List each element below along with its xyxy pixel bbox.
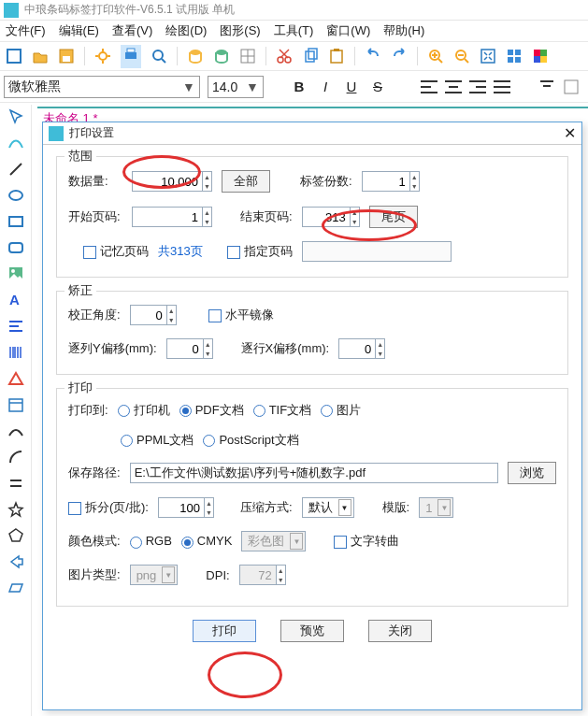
total-pages-link[interactable]: 共313页 — [158, 243, 203, 260]
spinner[interactable]: ▲▼ — [203, 207, 212, 227]
close-icon[interactable]: ✕ — [564, 124, 576, 142]
angle-input[interactable] — [130, 305, 167, 325]
align-justify-icon[interactable] — [494, 80, 510, 93]
align-left-icon[interactable] — [421, 80, 437, 93]
settings-icon[interactable] — [94, 48, 111, 64]
tif-radio[interactable]: TIF文档 — [253, 402, 312, 419]
path-input[interactable]: E:\工作文件\测试数据\序列号+随机数字.pdf — [130, 463, 498, 483]
mirror-checkbox[interactable]: 水平镜像 — [208, 307, 274, 323]
richtext-icon[interactable] — [7, 318, 24, 335]
bezier-icon[interactable] — [7, 422, 24, 439]
menu-window[interactable]: 窗口(W) — [326, 22, 370, 39]
coly-input[interactable] — [166, 338, 204, 359]
parallelogram-icon[interactable] — [7, 580, 24, 596]
font-select[interactable]: 微软雅黑 ▼ — [4, 76, 200, 98]
curve-icon[interactable] — [7, 135, 24, 151]
ppml-radio[interactable]: PPML文档 — [121, 432, 194, 449]
print-button[interactable]: 打印 — [193, 620, 256, 642]
all-button[interactable]: 全部 — [222, 170, 270, 193]
zoomout-icon[interactable] — [453, 48, 470, 64]
star-icon[interactable] — [7, 501, 24, 518]
grid-icon[interactable] — [239, 48, 256, 64]
menu-help[interactable]: 帮助(H) — [383, 22, 424, 39]
fit-icon[interactable] — [480, 48, 496, 64]
save-icon[interactable] — [58, 48, 75, 64]
remember-page-checkbox[interactable]: 记忆页码 — [83, 243, 149, 260]
new-icon[interactable] — [6, 48, 22, 64]
pdf-radio[interactable]: PDF文档 — [179, 402, 244, 419]
valign-icon[interactable] — [538, 79, 555, 95]
more-icon[interactable] — [563, 79, 580, 95]
spinner[interactable]: ▲▼ — [410, 171, 420, 192]
polygon-icon[interactable] — [7, 527, 24, 544]
font-size-select[interactable]: 14.0 ▼ — [208, 76, 264, 98]
browse-button[interactable]: 浏览 — [508, 462, 556, 484]
spinner[interactable]: ▲▼ — [351, 207, 360, 227]
align-right-icon[interactable] — [469, 80, 486, 93]
italic-button[interactable]: I — [316, 79, 335, 94]
database2-icon[interactable] — [213, 48, 230, 64]
arc-icon[interactable] — [7, 449, 24, 465]
image-icon[interactable] — [7, 265, 24, 282]
menu-draw[interactable]: 绘图(D) — [165, 22, 207, 39]
compress-select[interactable]: 默认▼ — [302, 497, 354, 518]
rgb-radio[interactable]: RGB — [130, 534, 172, 548]
spinner[interactable]: ▲▼ — [376, 338, 385, 359]
pointer-icon[interactable] — [7, 108, 24, 125]
cmyk-radio[interactable]: CMYK — [181, 534, 233, 548]
ellipse-icon[interactable] — [7, 187, 24, 204]
grid2-icon[interactable] — [506, 48, 523, 64]
cut-icon[interactable] — [276, 48, 293, 64]
printer-radio[interactable]: 打印机 — [118, 402, 170, 419]
redo-icon[interactable] — [391, 48, 408, 64]
end-page-input[interactable] — [302, 207, 351, 227]
roundrect-icon[interactable] — [7, 239, 24, 256]
img-radio[interactable]: 图片 — [321, 402, 361, 419]
undo-icon[interactable] — [365, 48, 381, 64]
spinner[interactable]: ▲▼ — [205, 497, 214, 518]
data-count-input[interactable] — [132, 171, 203, 192]
align-center-icon[interactable] — [445, 80, 462, 93]
colormode-label: 颜色模式: — [68, 533, 121, 550]
triangle-icon[interactable] — [7, 370, 24, 387]
preview-icon[interactable] — [151, 48, 167, 64]
textcurve-checkbox[interactable]: 文字转曲 — [334, 533, 399, 550]
preview-button[interactable]: 预览 — [280, 620, 344, 642]
close-button[interactable]: 关闭 — [368, 620, 432, 642]
split-input[interactable] — [158, 497, 205, 518]
open-icon[interactable] — [32, 48, 49, 64]
bold-button[interactable]: B — [290, 79, 308, 94]
line-icon[interactable] — [7, 161, 24, 178]
tail-page-button[interactable]: 尾页 — [369, 206, 418, 228]
spinner[interactable]: ▲▼ — [204, 338, 213, 359]
barcode-icon[interactable] — [7, 344, 24, 361]
menu-tool[interactable]: 工具(T) — [274, 22, 314, 39]
spinner[interactable]: ▲▼ — [203, 171, 212, 192]
specify-page-input[interactable] — [302, 241, 452, 262]
menu-file[interactable]: 文件(F) — [6, 22, 46, 39]
menu-edit[interactable]: 编辑(E) — [59, 22, 99, 39]
dbllne-icon[interactable] — [7, 475, 24, 492]
cal-icon[interactable] — [7, 396, 24, 413]
start-page-input[interactable] — [132, 207, 203, 227]
menu-view[interactable]: 查看(V) — [112, 22, 152, 39]
zoomin-icon[interactable] — [427, 48, 444, 64]
copies-input[interactable] — [362, 171, 410, 192]
paste-icon[interactable] — [328, 48, 345, 64]
print-icon[interactable] — [122, 47, 139, 64]
leftarrow-icon[interactable] — [7, 553, 24, 570]
specify-page-checkbox[interactable]: 指定页码 — [227, 243, 293, 260]
copy-icon[interactable] — [302, 48, 319, 64]
underline-button[interactable]: U — [342, 79, 361, 94]
color-icon[interactable] — [532, 48, 549, 64]
menu-shape[interactable]: 图形(S) — [220, 22, 260, 39]
spinner[interactable]: ▲▼ — [167, 305, 177, 325]
spinner: ▲▼ — [277, 565, 286, 585]
split-checkbox[interactable]: 拆分(页/批): — [68, 499, 149, 516]
database-icon[interactable] — [187, 48, 204, 64]
ps-radio[interactable]: PostScript文档 — [203, 432, 298, 449]
rect-icon[interactable] — [7, 213, 24, 230]
strike-button[interactable]: S — [368, 79, 387, 94]
text-icon[interactable]: A — [7, 292, 24, 308]
rowx-input[interactable] — [338, 338, 376, 359]
